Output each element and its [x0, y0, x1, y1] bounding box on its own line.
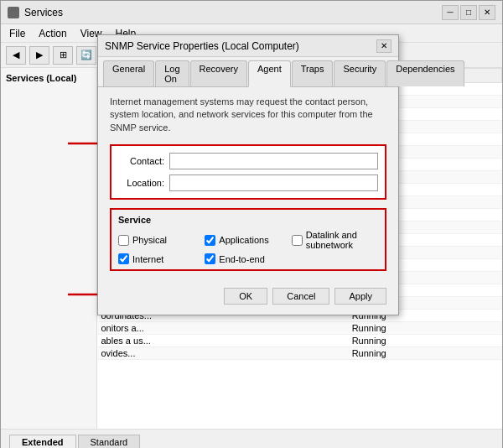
- endtoend-label: End-to-end: [219, 254, 264, 264]
- contact-row: Contact:: [118, 153, 378, 169]
- forward-button[interactable]: ▶: [29, 46, 49, 65]
- dialog-title-bar: SNMP Service Properties (Local Computer)…: [98, 35, 398, 57]
- tab-extended[interactable]: Extended: [9, 435, 76, 448]
- cell-desc: ables a us...: [98, 335, 349, 347]
- cell-status: Running: [349, 347, 502, 360]
- dialog-tabs: General Log On Recovery Agent Traps Secu…: [98, 57, 398, 87]
- table-row[interactable]: onitors a... Running: [98, 322, 502, 335]
- cell-desc: onitors a...: [98, 322, 349, 335]
- checkbox-internet: Internet: [118, 253, 205, 264]
- snmp-dialog: SNMP Service Properties (Local Computer)…: [97, 34, 399, 315]
- title-bar: Services ─ □ ✕: [1, 1, 502, 24]
- services-icon: [8, 7, 19, 18]
- title-bar-controls: ─ □ ✕: [442, 5, 495, 20]
- location-row: Location:: [118, 175, 378, 191]
- contact-section: Contact: Location:: [110, 144, 386, 200]
- toolbar-btn-1[interactable]: ⊞: [53, 46, 73, 65]
- contact-input[interactable]: [169, 153, 378, 169]
- service-section-title: Service: [118, 215, 378, 225]
- sidebar-title: Services (Local): [3, 71, 95, 85]
- menu-action[interactable]: Action: [34, 26, 71, 41]
- dialog-title: SNMP Service Properties (Local Computer): [105, 40, 299, 52]
- table-row[interactable]: ovides... Running: [98, 347, 502, 360]
- apply-button[interactable]: Apply: [334, 288, 386, 305]
- tab-recovery[interactable]: Recovery: [190, 60, 247, 86]
- tab-dependencies[interactable]: Dependencies: [386, 60, 464, 86]
- checkbox-endtoend: End-to-end: [205, 253, 291, 264]
- title-bar-left: Services: [8, 7, 63, 18]
- tab-traps[interactable]: Traps: [292, 60, 334, 86]
- contact-label: Contact:: [118, 156, 164, 166]
- ok-button[interactable]: OK: [224, 288, 267, 305]
- services-window: Services ─ □ ✕ File Action View Help ◀ ▶…: [0, 0, 503, 448]
- cell-status: Running: [349, 322, 502, 335]
- internet-checkbox[interactable]: [118, 253, 129, 264]
- maximize-button[interactable]: □: [460, 5, 477, 20]
- endtoend-checkbox[interactable]: [205, 253, 215, 264]
- checkbox-physical: Physical: [118, 230, 205, 250]
- tab-security[interactable]: Security: [334, 60, 386, 86]
- toolbar-btn-2[interactable]: 🔄: [76, 46, 96, 65]
- close-button[interactable]: ✕: [479, 5, 495, 20]
- applications-label: Applications: [219, 235, 268, 245]
- table-row[interactable]: ables a us... Running: [98, 335, 502, 347]
- location-label: Location:: [118, 178, 164, 188]
- cell-desc: ovides...: [98, 347, 349, 360]
- cancel-button[interactable]: Cancel: [272, 288, 329, 305]
- service-section: Service Physical Applications Datalin: [110, 208, 386, 271]
- physical-label: Physical: [132, 235, 167, 245]
- dialog-description: Internet management systems may request …: [110, 96, 386, 134]
- applications-checkbox[interactable]: [205, 235, 215, 246]
- sidebar: Services (Local): [1, 68, 97, 429]
- physical-checkbox[interactable]: [118, 235, 129, 246]
- window-title: Services: [24, 7, 63, 18]
- datalink-checkbox[interactable]: [292, 235, 303, 246]
- datalink-label: Datalink and subnetwork: [306, 230, 378, 250]
- cell-status: Running: [349, 335, 502, 347]
- minimize-button[interactable]: ─: [442, 5, 459, 20]
- tab-logon[interactable]: Log On: [155, 60, 189, 86]
- checkbox-applications: Applications: [205, 230, 291, 250]
- tab-agent[interactable]: Agent: [248, 60, 291, 87]
- checkbox-datalink: Datalink and subnetwork: [292, 230, 378, 250]
- dialog-buttons: OK Cancel Apply: [98, 279, 398, 315]
- location-input[interactable]: [169, 175, 378, 191]
- back-button[interactable]: ◀: [6, 46, 26, 65]
- menu-file[interactable]: File: [4, 26, 30, 41]
- tab-standard[interactable]: Standard: [78, 435, 141, 448]
- service-checkboxes: Physical Applications Datalink and subne…: [118, 230, 378, 264]
- internet-label: Internet: [132, 254, 163, 264]
- tab-general[interactable]: General: [103, 60, 154, 86]
- bottom-tabs: Extended Standard: [1, 429, 502, 448]
- dialog-content: Internet management systems may request …: [98, 87, 398, 279]
- dialog-close-button[interactable]: ✕: [376, 39, 392, 53]
